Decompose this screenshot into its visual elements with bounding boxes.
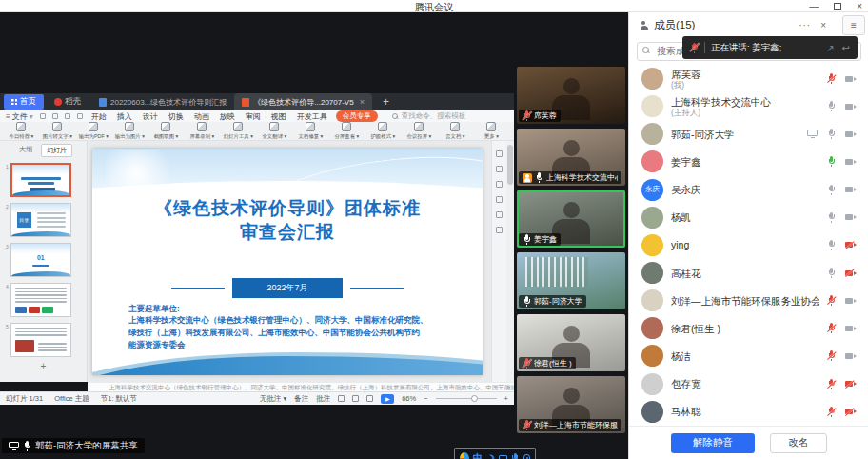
- undo-icon[interactable]: [65, 113, 70, 119]
- add-slide-button[interactable]: +: [0, 361, 87, 371]
- panel-collapse-button[interactable]: ≡: [842, 15, 865, 35]
- rename-button[interactable]: 改名: [770, 433, 827, 453]
- ribbon-item[interactable]: 全文翻译 ▾: [256, 122, 292, 141]
- wps-menu-审阅[interactable]: 审阅: [244, 111, 263, 122]
- wps-vip-button[interactable]: 会员专享: [336, 110, 378, 122]
- wps-menu-开发工具[interactable]: 开发工具: [295, 111, 329, 122]
- ime-language-toggle[interactable]: 中: [473, 451, 483, 459]
- no-comment-toggle[interactable]: 无批注 ▾: [260, 394, 286, 404]
- maximize-button[interactable]: [834, 3, 841, 10]
- mic-icon[interactable]: [827, 240, 836, 250]
- video-tile[interactable]: 席芙蓉: [517, 67, 625, 124]
- member-row[interactable]: 杨凯: [629, 204, 868, 231]
- print-icon[interactable]: [52, 113, 58, 119]
- reply-icon[interactable]: ↩: [842, 43, 850, 53]
- camera-icon[interactable]: [845, 157, 857, 166]
- wps-menu-插入[interactable]: 插入: [115, 111, 134, 122]
- camera-icon[interactable]: [845, 408, 857, 416]
- comment-toggle[interactable]: 批注: [316, 394, 330, 404]
- ribbon-item[interactable]: 屏幕录制 ▾: [184, 122, 220, 141]
- camera-icon[interactable]: [845, 102, 857, 110]
- camera-icon[interactable]: [845, 269, 857, 277]
- mic-icon[interactable]: [827, 295, 836, 306]
- wps-menu-动画[interactable]: 动画: [192, 111, 211, 122]
- view-sorter-icon[interactable]: [352, 395, 359, 402]
- mic-icon[interactable]: [827, 268, 836, 278]
- zoom-slider-knob[interactable]: [471, 395, 478, 402]
- member-row[interactable]: 高桂花: [629, 259, 868, 287]
- rail-icon[interactable]: [496, 211, 503, 218]
- mic-icon[interactable]: [535, 172, 543, 183]
- ribbon-item[interactable]: 今日特荐 ▾: [3, 122, 39, 141]
- view-reading-icon[interactable]: [366, 395, 373, 402]
- mic-icon[interactable]: [827, 129, 836, 139]
- mic-icon[interactable]: [827, 350, 836, 361]
- wps-menu-放映[interactable]: 放映: [218, 111, 237, 122]
- rail-icon[interactable]: [496, 196, 503, 203]
- slide-thumbnail[interactable]: [10, 283, 71, 317]
- mic-icon[interactable]: [827, 407, 836, 417]
- zoom-level[interactable]: 66%: [402, 394, 416, 403]
- vertical-scrollbar[interactable]: [506, 141, 514, 382]
- zoom-out-button[interactable]: −: [424, 394, 427, 403]
- ime-voice-icon[interactable]: [511, 453, 520, 459]
- ime-logo-icon[interactable]: [460, 452, 469, 459]
- tab-close-icon[interactable]: ×: [360, 97, 365, 107]
- ribbon-item[interactable]: 更多 ▾: [473, 122, 509, 141]
- camera-icon[interactable]: [845, 186, 857, 194]
- camera-icon[interactable]: [845, 324, 857, 332]
- member-row[interactable]: 席芙蓉(我): [629, 65, 868, 92]
- member-row[interactable]: 上海科学技术交流中心(主持人): [629, 92, 868, 120]
- ribbon-item[interactable]: 文档修复 ▾: [292, 122, 328, 141]
- mic-icon[interactable]: [827, 185, 836, 195]
- camera-icon[interactable]: [845, 380, 857, 389]
- slideshow-play-button[interactable]: ▶: [381, 394, 394, 404]
- member-row[interactable]: 马林聪: [629, 398, 868, 426]
- mic-icon[interactable]: [827, 379, 836, 389]
- wps-menu-开始[interactable]: 开始: [89, 111, 108, 122]
- note-toggle[interactable]: 备注: [294, 394, 308, 404]
- unmute-button[interactable]: 解除静音: [671, 433, 755, 453]
- camera-icon[interactable]: [845, 74, 857, 83]
- rail-icon[interactable]: [496, 181, 503, 188]
- slide-thumbnail[interactable]: 目录: [10, 203, 71, 237]
- member-row[interactable]: 徐君(恒生 ): [629, 314, 868, 342]
- member-row[interactable]: 姜宇鑫: [629, 148, 868, 175]
- mic-icon[interactable]: [827, 212, 836, 223]
- wps-command-search[interactable]: 查找命令、搜索模板: [392, 111, 466, 121]
- slide-thumbnail[interactable]: [10, 323, 71, 357]
- ribbon-item[interactable]: 截图取图 ▾: [148, 122, 184, 141]
- ime-fullhalf-icon[interactable]: ☽: [486, 453, 495, 459]
- video-tile[interactable]: 姜宇鑫: [517, 190, 625, 248]
- wps-menu-视图[interactable]: 视图: [269, 111, 288, 122]
- close-button[interactable]: ×: [857, 0, 862, 12]
- rail-icon[interactable]: [496, 166, 503, 172]
- ribbon-item[interactable]: 幻灯片工具 ▾: [220, 122, 256, 141]
- member-row[interactable]: 刘洋—上海市节能环保服务业协会: [629, 287, 868, 314]
- view-normal-icon[interactable]: [338, 395, 345, 402]
- video-tile[interactable]: 徐君(恒生 ): [517, 314, 625, 371]
- minimize-button[interactable]: —: [809, 0, 819, 12]
- tab-outline[interactable]: 大纲: [14, 144, 37, 157]
- wps-docer-tab[interactable]: 稻壳: [49, 96, 86, 108]
- wps-menu-设计[interactable]: 设计: [141, 111, 160, 122]
- muted-mic-icon[interactable]: [690, 43, 699, 53]
- mic-icon[interactable]: [523, 234, 531, 245]
- mic-icon[interactable]: [523, 420, 531, 430]
- ribbon-item[interactable]: 图片转文字 ▾: [39, 122, 75, 141]
- wps-document-tab[interactable]: 《绿色技术评价导...20707-V5×: [234, 93, 372, 110]
- wps-new-tab-button[interactable]: +: [378, 95, 394, 109]
- video-tile[interactable]: 上海科学技术交流中心: [517, 129, 625, 186]
- mic-icon[interactable]: [827, 323, 836, 333]
- wps-file-menu[interactable]: ≡文件▾: [6, 111, 33, 122]
- panel-close-button[interactable]: ×: [820, 20, 827, 30]
- camera-icon[interactable]: [845, 213, 857, 222]
- member-row[interactable]: 郭茹-同济大学: [629, 120, 868, 148]
- wps-menu-切换[interactable]: 切换: [167, 111, 186, 122]
- ribbon-item[interactable]: 云文档 ▾: [437, 122, 473, 141]
- camera-icon[interactable]: [845, 241, 857, 249]
- ribbon-item[interactable]: 护眼模式 ▾: [365, 122, 401, 141]
- ime-keyboard-icon[interactable]: [499, 455, 507, 459]
- slide-thumbnail[interactable]: [10, 163, 71, 197]
- tab-slides[interactable]: 幻灯片: [41, 144, 72, 157]
